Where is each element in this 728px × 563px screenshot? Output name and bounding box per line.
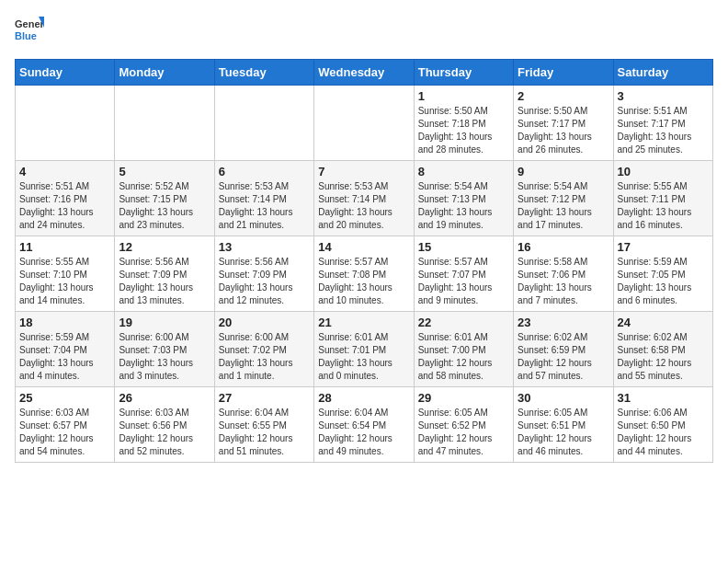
calendar-cell: 3Sunrise: 5:51 AMSunset: 7:17 PMDaylight…: [613, 86, 712, 161]
weekday-header-sunday: Sunday: [16, 60, 115, 86]
day-number: 27: [219, 391, 310, 405]
calendar-cell: 22Sunrise: 6:01 AMSunset: 7:00 PMDayligh…: [414, 312, 513, 387]
day-info: Sunrise: 6:04 AMSunset: 6:55 PMDaylight:…: [219, 407, 310, 458]
day-info: Sunrise: 5:54 AMSunset: 7:13 PMDaylight:…: [418, 180, 509, 232]
calendar-cell: 19Sunrise: 6:00 AMSunset: 7:03 PMDayligh…: [115, 312, 214, 387]
day-number: 21: [318, 316, 409, 329]
calendar-week-row: 1Sunrise: 5:50 AMSunset: 7:18 PMDaylight…: [16, 86, 713, 161]
day-info: Sunrise: 5:56 AMSunset: 7:09 PMDaylight:…: [219, 256, 310, 307]
day-info: Sunrise: 6:06 AMSunset: 6:50 PMDaylight:…: [618, 407, 709, 458]
day-info: Sunrise: 5:53 AMSunset: 7:14 PMDaylight:…: [318, 180, 409, 232]
day-info: Sunrise: 5:57 AMSunset: 7:08 PMDaylight:…: [318, 256, 409, 307]
day-number: 23: [518, 316, 609, 329]
logo: General Blue: [15, 15, 44, 48]
day-info: Sunrise: 6:02 AMSunset: 6:58 PMDaylight:…: [618, 331, 709, 383]
day-number: 10: [618, 165, 709, 178]
weekday-header-wednesday: Wednesday: [314, 60, 414, 86]
calendar-cell: 26Sunrise: 6:03 AMSunset: 6:56 PMDayligh…: [115, 387, 214, 463]
calendar-cell: 8Sunrise: 5:54 AMSunset: 7:13 PMDaylight…: [414, 161, 513, 236]
calendar-week-row: 18Sunrise: 5:59 AMSunset: 7:04 PMDayligh…: [16, 312, 713, 387]
day-info: Sunrise: 6:01 AMSunset: 7:01 PMDaylight:…: [318, 331, 409, 383]
day-info: Sunrise: 5:58 AMSunset: 7:06 PMDaylight:…: [518, 256, 609, 307]
day-info: Sunrise: 5:51 AMSunset: 7:17 PMDaylight:…: [618, 105, 709, 156]
day-info: Sunrise: 6:05 AMSunset: 6:51 PMDaylight:…: [518, 407, 609, 458]
weekday-header-row: SundayMondayTuesdayWednesdayThursdayFrid…: [16, 60, 713, 86]
day-info: Sunrise: 6:01 AMSunset: 7:00 PMDaylight:…: [418, 331, 509, 383]
svg-text:Blue: Blue: [15, 30, 37, 41]
calendar-table: SundayMondayTuesdayWednesdayThursdayFrid…: [15, 59, 713, 463]
day-info: Sunrise: 5:56 AMSunset: 7:09 PMDaylight:…: [119, 256, 210, 307]
day-number: 3: [618, 89, 709, 103]
day-number: 18: [19, 316, 110, 329]
calendar-cell: 18Sunrise: 5:59 AMSunset: 7:04 PMDayligh…: [16, 312, 115, 387]
calendar-cell: 21Sunrise: 6:01 AMSunset: 7:01 PMDayligh…: [314, 312, 414, 387]
day-number: 11: [19, 240, 110, 254]
calendar-cell: [115, 86, 214, 161]
day-number: 14: [318, 240, 409, 254]
day-number: 2: [518, 89, 609, 103]
day-info: Sunrise: 5:53 AMSunset: 7:14 PMDaylight:…: [219, 180, 310, 232]
day-number: 15: [418, 240, 509, 254]
calendar-cell: 31Sunrise: 6:06 AMSunset: 6:50 PMDayligh…: [613, 387, 712, 463]
day-number: 5: [119, 165, 210, 178]
day-number: 31: [618, 391, 709, 405]
calendar-cell: 10Sunrise: 5:55 AMSunset: 7:11 PMDayligh…: [613, 161, 712, 236]
calendar-cell: 4Sunrise: 5:51 AMSunset: 7:16 PMDaylight…: [16, 161, 115, 236]
calendar-cell: 30Sunrise: 6:05 AMSunset: 6:51 PMDayligh…: [514, 387, 613, 463]
calendar-cell: 24Sunrise: 6:02 AMSunset: 6:58 PMDayligh…: [613, 312, 712, 387]
day-info: Sunrise: 5:59 AMSunset: 7:04 PMDaylight:…: [19, 331, 110, 383]
calendar-cell: [314, 86, 414, 161]
day-info: Sunrise: 5:59 AMSunset: 7:05 PMDaylight:…: [618, 256, 709, 307]
calendar-cell: 16Sunrise: 5:58 AMSunset: 7:06 PMDayligh…: [514, 236, 613, 312]
day-info: Sunrise: 6:03 AMSunset: 6:56 PMDaylight:…: [119, 407, 210, 458]
day-info: Sunrise: 5:52 AMSunset: 7:15 PMDaylight:…: [119, 180, 210, 232]
page-header: General Blue: [15, 15, 713, 48]
day-number: 28: [318, 391, 409, 405]
day-info: Sunrise: 5:50 AMSunset: 7:17 PMDaylight:…: [518, 105, 609, 156]
day-number: 6: [219, 165, 310, 178]
logo-icon: General Blue: [15, 15, 44, 48]
day-number: 13: [219, 240, 310, 254]
day-number: 16: [518, 240, 609, 254]
day-info: Sunrise: 6:02 AMSunset: 6:59 PMDaylight:…: [518, 331, 609, 383]
day-info: Sunrise: 5:55 AMSunset: 7:11 PMDaylight:…: [618, 180, 709, 232]
calendar-cell: [214, 86, 313, 161]
day-number: 22: [418, 316, 509, 329]
day-info: Sunrise: 5:57 AMSunset: 7:07 PMDaylight:…: [418, 256, 509, 307]
calendar-cell: 14Sunrise: 5:57 AMSunset: 7:08 PMDayligh…: [314, 236, 414, 312]
calendar-cell: 25Sunrise: 6:03 AMSunset: 6:57 PMDayligh…: [16, 387, 115, 463]
calendar-cell: 9Sunrise: 5:54 AMSunset: 7:12 PMDaylight…: [514, 161, 613, 236]
weekday-header-friday: Friday: [514, 60, 613, 86]
day-info: Sunrise: 6:00 AMSunset: 7:02 PMDaylight:…: [219, 331, 310, 383]
calendar-cell: 20Sunrise: 6:00 AMSunset: 7:02 PMDayligh…: [214, 312, 313, 387]
day-info: Sunrise: 5:54 AMSunset: 7:12 PMDaylight:…: [518, 180, 609, 232]
calendar-cell: [16, 86, 115, 161]
calendar-cell: 27Sunrise: 6:04 AMSunset: 6:55 PMDayligh…: [214, 387, 313, 463]
day-number: 19: [119, 316, 210, 329]
day-number: 12: [119, 240, 210, 254]
calendar-cell: 15Sunrise: 5:57 AMSunset: 7:07 PMDayligh…: [414, 236, 513, 312]
weekday-header-thursday: Thursday: [414, 60, 513, 86]
day-info: Sunrise: 5:55 AMSunset: 7:10 PMDaylight:…: [19, 256, 110, 307]
day-number: 7: [318, 165, 409, 178]
svg-text:General: General: [15, 18, 44, 29]
calendar-cell: 23Sunrise: 6:02 AMSunset: 6:59 PMDayligh…: [514, 312, 613, 387]
day-number: 29: [418, 391, 509, 405]
day-info: Sunrise: 6:00 AMSunset: 7:03 PMDaylight:…: [119, 331, 210, 383]
calendar-cell: 1Sunrise: 5:50 AMSunset: 7:18 PMDaylight…: [414, 86, 513, 161]
day-number: 9: [518, 165, 609, 178]
day-number: 24: [618, 316, 709, 329]
calendar-cell: 7Sunrise: 5:53 AMSunset: 7:14 PMDaylight…: [314, 161, 414, 236]
day-info: Sunrise: 6:05 AMSunset: 6:52 PMDaylight:…: [418, 407, 509, 458]
day-number: 17: [618, 240, 709, 254]
day-number: 30: [518, 391, 609, 405]
calendar-cell: 29Sunrise: 6:05 AMSunset: 6:52 PMDayligh…: [414, 387, 513, 463]
calendar-cell: 6Sunrise: 5:53 AMSunset: 7:14 PMDaylight…: [214, 161, 313, 236]
calendar-cell: 13Sunrise: 5:56 AMSunset: 7:09 PMDayligh…: [214, 236, 313, 312]
calendar-cell: 12Sunrise: 5:56 AMSunset: 7:09 PMDayligh…: [115, 236, 214, 312]
weekday-header-saturday: Saturday: [613, 60, 712, 86]
day-number: 4: [19, 165, 110, 178]
calendar-cell: 28Sunrise: 6:04 AMSunset: 6:54 PMDayligh…: [314, 387, 414, 463]
day-number: 1: [418, 89, 509, 103]
day-info: Sunrise: 5:50 AMSunset: 7:18 PMDaylight:…: [418, 105, 509, 156]
